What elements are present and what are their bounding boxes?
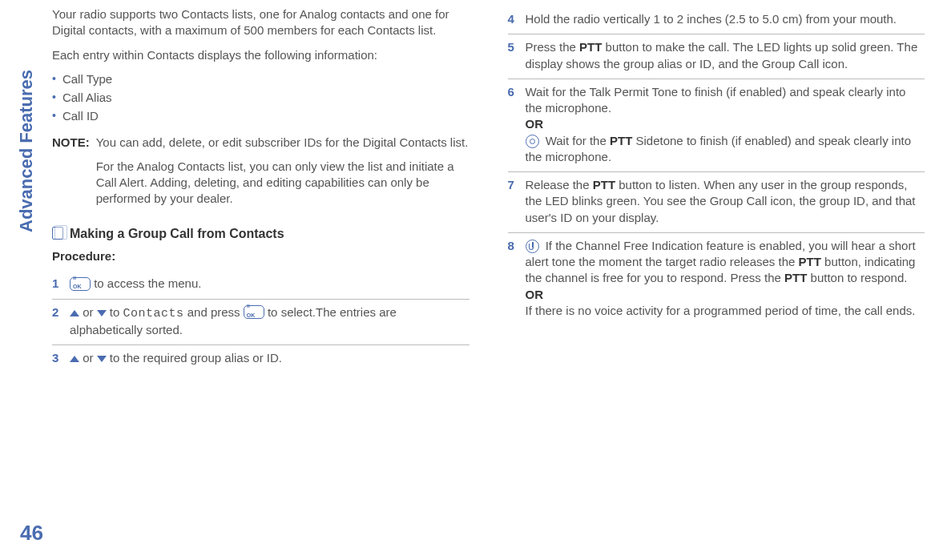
step-number: 5 [508, 39, 518, 72]
procedure-step-8: 8 If the Channel Free Indication feature… [508, 233, 925, 325]
ok-key-icon [244, 305, 264, 319]
step-text: to [107, 305, 123, 319]
bullet-icon: • [52, 108, 56, 123]
step-body: Release the PTT button to listen. When a… [526, 177, 925, 226]
note-block: NOTE: You can add, delete, or edit subsc… [52, 135, 470, 216]
left-column: Your radio supports two Contacts lists, … [52, 6, 470, 373]
content-columns: Your radio supports two Contacts lists, … [52, 6, 925, 373]
step-body: or to Contacts and press to select.The e… [70, 304, 470, 339]
down-arrow-icon [97, 310, 107, 316]
step-number: 1 [52, 276, 62, 292]
procedure-label: Procedure: [52, 248, 470, 264]
procedure-step-7: 7 Release the PTT button to listen. When… [508, 172, 925, 233]
step-text: If there is no voice activity for a prog… [526, 303, 925, 319]
note-paragraph-2: For the Analog Contacts list, you can on… [96, 159, 470, 207]
bullet-item: • Call Alias [52, 90, 470, 106]
procedure-step-1: 1 to access the menu. [52, 271, 470, 299]
step-text: to the required group alias or ID. [107, 351, 282, 365]
right-column: 4 Hold the radio vertically 1 to 2 inche… [508, 6, 925, 373]
bullet-item: • Call Type [52, 71, 470, 87]
bullet-icon: • [52, 71, 56, 87]
step-text: button to respond. [807, 271, 907, 284]
step-body: Hold the radio vertically 1 to 2 inches … [526, 11, 925, 27]
section-icon [52, 227, 63, 240]
bullet-text: Call Type [62, 71, 112, 87]
step-text: Release the [526, 178, 593, 191]
ptt-label: PTT [610, 134, 632, 147]
note-paragraph-1: You can add, delete, or edit subscriber … [96, 135, 470, 151]
bullet-item: • Call ID [52, 108, 470, 124]
step-text: Wait for the Talk Permit Tone to finish … [526, 84, 925, 117]
step-text: Hold the radio vertically 1 to 2 inches … [526, 11, 925, 27]
ptt-label: PTT [579, 40, 602, 54]
section-title: Making a Group Call from Contacts [70, 225, 284, 243]
page-number-text: 46 [20, 521, 43, 545]
or-label: OR [526, 287, 925, 303]
antenna-icon [526, 240, 539, 253]
bullet-text: Call ID [62, 108, 99, 124]
step-number: 3 [52, 350, 62, 366]
step-number: 8 [508, 238, 518, 319]
up-arrow-icon [70, 310, 79, 316]
intro-paragraph-2: Each entry within Contacts displays the … [52, 47, 470, 63]
bullet-text: Call Alias [62, 90, 112, 106]
ptt-label: PTT [784, 271, 807, 284]
up-arrow-icon [70, 356, 79, 362]
note-body: You can add, delete, or edit subscriber … [96, 135, 470, 216]
menu-item-contacts: Contacts [123, 307, 184, 320]
intro-paragraph-1: Your radio supports two Contacts lists, … [52, 6, 470, 39]
step-body: to access the menu. [70, 276, 470, 292]
step-text: Wait for the [542, 134, 610, 147]
step-text: Press the [526, 40, 580, 54]
step-body: Wait for the Talk Permit Tone to finish … [526, 84, 925, 165]
sidebar-section-label: Advanced Features [16, 70, 37, 232]
step-text: or [79, 351, 97, 365]
page-number: 46 [20, 521, 43, 546]
step-number: 6 [508, 84, 518, 165]
procedure-step-5: 5 Press the PTT button to make the call.… [508, 34, 925, 79]
sidebar-section-label-text: Advanced Features [16, 70, 36, 232]
or-label: OR [526, 116, 925, 132]
bullet-icon: • [52, 90, 56, 105]
step-number: 7 [508, 177, 518, 226]
step-number: 2 [52, 304, 62, 339]
step-text: or [79, 305, 97, 319]
step-number: 4 [508, 11, 518, 27]
ok-key-icon [70, 277, 91, 291]
note-label: NOTE: [52, 135, 90, 216]
step-body: or to the required group alias or ID. [70, 350, 470, 366]
step-text: to access the menu. [91, 276, 201, 290]
step-body: Press the PTT button to make the call. T… [526, 39, 925, 72]
ptt-label: PTT [593, 178, 615, 191]
procedure-step-4: 4 Hold the radio vertically 1 to 2 inche… [508, 6, 925, 34]
ptt-label: PTT [799, 255, 821, 268]
microphone-icon [526, 135, 539, 148]
procedure-step-3: 3 or to the required group alias or ID. [52, 345, 470, 373]
procedure-step-2: 2 or to Contacts and press to select.The… [52, 300, 470, 346]
step-text: and press [184, 305, 244, 319]
procedure-step-6: 6 Wait for the Talk Permit Tone to finis… [508, 79, 925, 172]
section-heading: Making a Group Call from Contacts [52, 225, 470, 243]
down-arrow-icon [97, 356, 107, 362]
step-body: If the Channel Free Indication feature i… [526, 238, 925, 319]
